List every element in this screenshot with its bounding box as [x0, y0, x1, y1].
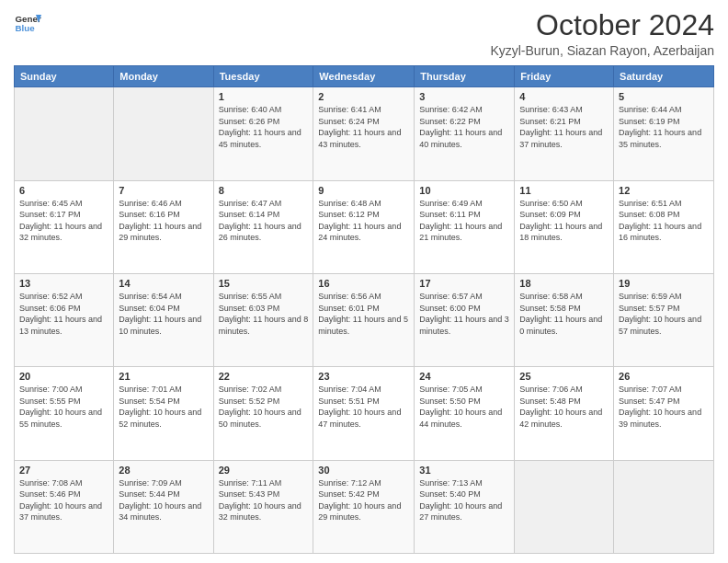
day-number: 6 — [19, 185, 108, 196]
day-info: Sunrise: 7:12 AM Sunset: 5:42 PM Dayligh… — [318, 477, 409, 523]
calendar-cell: 20Sunrise: 7:00 AM Sunset: 5:55 PM Dayli… — [15, 367, 114, 460]
col-wednesday: Wednesday — [313, 66, 415, 87]
day-number: 29 — [219, 465, 309, 476]
day-info: Sunrise: 6:40 AM Sunset: 6:26 PM Dayligh… — [219, 104, 309, 150]
day-number: 21 — [119, 371, 208, 382]
calendar-week-2: 6Sunrise: 6:45 AM Sunset: 6:17 PM Daylig… — [15, 180, 714, 273]
day-info: Sunrise: 6:50 AM Sunset: 6:09 PM Dayligh… — [519, 198, 609, 244]
calendar-cell: 9Sunrise: 6:48 AM Sunset: 6:12 PM Daylig… — [313, 180, 415, 273]
calendar-cell: 27Sunrise: 7:08 AM Sunset: 5:46 PM Dayli… — [15, 460, 114, 553]
calendar-cell: 12Sunrise: 6:51 AM Sunset: 6:08 PM Dayli… — [614, 180, 714, 273]
day-number: 20 — [19, 371, 108, 382]
calendar-cell: 16Sunrise: 6:56 AM Sunset: 6:01 PM Dayli… — [313, 273, 415, 366]
calendar-cell: 28Sunrise: 7:09 AM Sunset: 5:44 PM Dayli… — [114, 460, 213, 553]
day-info: Sunrise: 6:47 AM Sunset: 6:14 PM Dayligh… — [219, 198, 309, 244]
day-number: 22 — [219, 371, 309, 382]
day-number: 9 — [318, 185, 409, 196]
calendar-week-4: 20Sunrise: 7:00 AM Sunset: 5:55 PM Dayli… — [15, 367, 714, 460]
day-number: 27 — [19, 465, 108, 476]
day-info: Sunrise: 7:06 AM Sunset: 5:48 PM Dayligh… — [519, 384, 609, 430]
header-row: Sunday Monday Tuesday Wednesday Thursday… — [15, 66, 714, 87]
day-number: 11 — [519, 185, 609, 196]
calendar-cell: 31Sunrise: 7:13 AM Sunset: 5:40 PM Dayli… — [415, 460, 515, 553]
day-number: 3 — [419, 91, 509, 102]
day-number: 26 — [619, 371, 709, 382]
day-number: 14 — [119, 278, 208, 289]
day-info: Sunrise: 7:04 AM Sunset: 5:51 PM Dayligh… — [318, 384, 409, 430]
day-number: 25 — [519, 371, 609, 382]
calendar-cell: 17Sunrise: 6:57 AM Sunset: 6:00 PM Dayli… — [415, 273, 515, 366]
day-number: 24 — [419, 371, 509, 382]
calendar-cell: 19Sunrise: 6:59 AM Sunset: 5:57 PM Dayli… — [614, 273, 714, 366]
day-number: 13 — [19, 278, 108, 289]
calendar-cell: 14Sunrise: 6:54 AM Sunset: 6:04 PM Dayli… — [114, 273, 213, 366]
calendar-week-1: 1Sunrise: 6:40 AM Sunset: 6:26 PM Daylig… — [15, 87, 714, 180]
logo: General Blue — [14, 9, 41, 37]
logo-icon: General Blue — [14, 9, 41, 37]
title-block: October 2024 Kyzyl-Burun, Siazan Rayon, … — [490, 9, 714, 58]
calendar-cell: 8Sunrise: 6:47 AM Sunset: 6:14 PM Daylig… — [213, 180, 313, 273]
day-info: Sunrise: 6:58 AM Sunset: 5:58 PM Dayligh… — [519, 291, 609, 337]
calendar-cell: 1Sunrise: 6:40 AM Sunset: 6:26 PM Daylig… — [213, 87, 313, 180]
calendar-cell: 6Sunrise: 6:45 AM Sunset: 6:17 PM Daylig… — [15, 180, 114, 273]
day-info: Sunrise: 7:13 AM Sunset: 5:40 PM Dayligh… — [419, 477, 509, 523]
day-info: Sunrise: 7:11 AM Sunset: 5:43 PM Dayligh… — [219, 477, 309, 523]
day-info: Sunrise: 7:08 AM Sunset: 5:46 PM Dayligh… — [19, 477, 108, 523]
day-info: Sunrise: 6:44 AM Sunset: 6:19 PM Dayligh… — [619, 104, 709, 150]
calendar-cell: 21Sunrise: 7:01 AM Sunset: 5:54 PM Dayli… — [114, 367, 213, 460]
calendar-cell: 22Sunrise: 7:02 AM Sunset: 5:52 PM Dayli… — [213, 367, 313, 460]
calendar-cell: 23Sunrise: 7:04 AM Sunset: 5:51 PM Dayli… — [313, 367, 415, 460]
day-number: 19 — [619, 278, 709, 289]
page-subtitle: Kyzyl-Burun, Siazan Rayon, Azerbaijan — [490, 43, 714, 58]
calendar-cell: 13Sunrise: 6:52 AM Sunset: 6:06 PM Dayli… — [15, 273, 114, 366]
page-header: General Blue October 2024 Kyzyl-Burun, S… — [14, 9, 714, 58]
day-number: 18 — [519, 278, 609, 289]
day-number: 10 — [419, 185, 509, 196]
day-info: Sunrise: 6:42 AM Sunset: 6:22 PM Dayligh… — [419, 104, 509, 150]
calendar-cell: 5Sunrise: 6:44 AM Sunset: 6:19 PM Daylig… — [614, 87, 714, 180]
day-number: 5 — [619, 91, 709, 102]
day-info: Sunrise: 6:52 AM Sunset: 6:06 PM Dayligh… — [19, 291, 108, 337]
day-info: Sunrise: 7:05 AM Sunset: 5:50 PM Dayligh… — [419, 384, 509, 430]
calendar-cell: 2Sunrise: 6:41 AM Sunset: 6:24 PM Daylig… — [313, 87, 415, 180]
calendar-cell: 7Sunrise: 6:46 AM Sunset: 6:16 PM Daylig… — [114, 180, 213, 273]
calendar-week-5: 27Sunrise: 7:08 AM Sunset: 5:46 PM Dayli… — [15, 460, 714, 553]
day-number: 8 — [219, 185, 309, 196]
day-info: Sunrise: 7:02 AM Sunset: 5:52 PM Dayligh… — [219, 384, 309, 430]
day-number: 16 — [318, 278, 409, 289]
day-info: Sunrise: 6:55 AM Sunset: 6:03 PM Dayligh… — [219, 291, 309, 337]
day-number: 23 — [318, 371, 409, 382]
page-title: October 2024 — [490, 9, 714, 41]
calendar-table: Sunday Monday Tuesday Wednesday Thursday… — [14, 65, 714, 554]
day-number: 28 — [119, 465, 208, 476]
day-info: Sunrise: 6:46 AM Sunset: 6:16 PM Dayligh… — [119, 198, 208, 244]
day-info: Sunrise: 7:09 AM Sunset: 5:44 PM Dayligh… — [119, 477, 208, 523]
day-number: 15 — [219, 278, 309, 289]
calendar-week-3: 13Sunrise: 6:52 AM Sunset: 6:06 PM Dayli… — [15, 273, 714, 366]
calendar-cell: 15Sunrise: 6:55 AM Sunset: 6:03 PM Dayli… — [213, 273, 313, 366]
calendar-cell: 25Sunrise: 7:06 AM Sunset: 5:48 PM Dayli… — [515, 367, 614, 460]
calendar-cell: 4Sunrise: 6:43 AM Sunset: 6:21 PM Daylig… — [515, 87, 614, 180]
day-info: Sunrise: 7:00 AM Sunset: 5:55 PM Dayligh… — [19, 384, 108, 430]
calendar-cell — [114, 87, 213, 180]
day-info: Sunrise: 6:43 AM Sunset: 6:21 PM Dayligh… — [519, 104, 609, 150]
day-number: 7 — [119, 185, 208, 196]
calendar-cell — [614, 460, 714, 553]
calendar-cell: 18Sunrise: 6:58 AM Sunset: 5:58 PM Dayli… — [515, 273, 614, 366]
day-info: Sunrise: 6:57 AM Sunset: 6:00 PM Dayligh… — [419, 291, 509, 337]
calendar-cell: 11Sunrise: 6:50 AM Sunset: 6:09 PM Dayli… — [515, 180, 614, 273]
calendar-cell — [15, 87, 114, 180]
calendar-cell: 29Sunrise: 7:11 AM Sunset: 5:43 PM Dayli… — [213, 460, 313, 553]
day-info: Sunrise: 6:45 AM Sunset: 6:17 PM Dayligh… — [19, 198, 108, 244]
calendar-cell: 30Sunrise: 7:12 AM Sunset: 5:42 PM Dayli… — [313, 460, 415, 553]
day-number: 1 — [219, 91, 309, 102]
day-number: 30 — [318, 465, 409, 476]
day-info: Sunrise: 6:54 AM Sunset: 6:04 PM Dayligh… — [119, 291, 208, 337]
calendar-cell: 24Sunrise: 7:05 AM Sunset: 5:50 PM Dayli… — [415, 367, 515, 460]
day-info: Sunrise: 7:07 AM Sunset: 5:47 PM Dayligh… — [619, 384, 709, 430]
day-info: Sunrise: 6:51 AM Sunset: 6:08 PM Dayligh… — [619, 198, 709, 244]
col-friday: Friday — [515, 66, 614, 87]
day-info: Sunrise: 6:59 AM Sunset: 5:57 PM Dayligh… — [619, 291, 709, 337]
calendar-cell: 3Sunrise: 6:42 AM Sunset: 6:22 PM Daylig… — [415, 87, 515, 180]
col-sunday: Sunday — [15, 66, 114, 87]
